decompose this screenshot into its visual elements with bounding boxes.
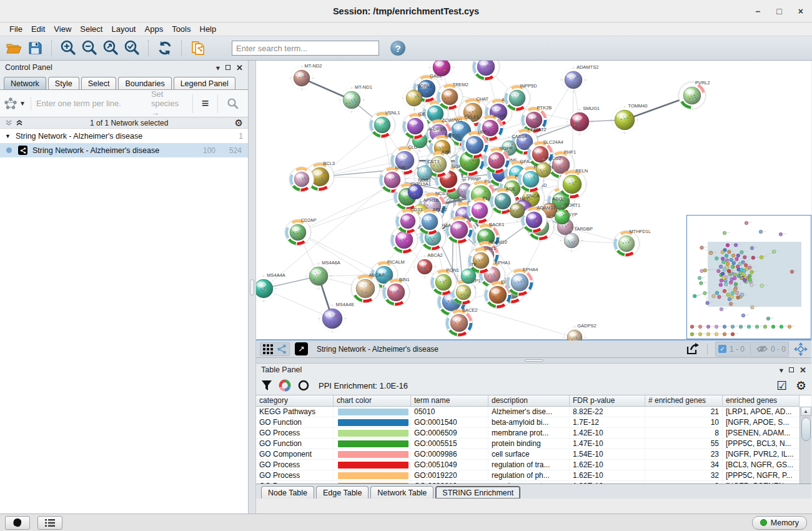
network-canvas[interactable]: MT-ND2MT-ND1VSNL1CD2APMS4A6AMS4A4AMS4A4E… [256,61,811,340]
tab-network-table[interactable]: Network Table [370,486,433,499]
chevron-down-icon[interactable]: ▼ [19,100,26,107]
scrollbar-thumb[interactable] [801,417,811,441]
panel-splitter[interactable] [249,61,256,514]
table-row[interactable]: GO ProcessGO:0051049regulation of tra...… [256,460,811,470]
tab-edge-table[interactable]: Edge Table [316,486,369,499]
network-edge[interactable] [264,289,332,319]
detach-view-icon[interactable]: ↗ [295,342,308,355]
collapse-all-icon[interactable] [5,119,13,127]
task-history-button[interactable] [37,516,62,530]
export-network-icon[interactable] [686,343,700,355]
tab-string-enrichment[interactable]: STRING Enrichment [435,486,520,499]
select-columns-icon[interactable]: ☑ [776,379,787,393]
column-header-FDR-p-value[interactable]: FDR p-value [570,395,645,407]
network-node[interactable]: SMUG1 [566,106,600,136]
column-header-chart-color[interactable]: chart color [334,395,411,407]
network-node[interactable]: MT-ND2 [289,63,322,91]
zoom-selected-icon[interactable] [123,39,141,57]
memory-button[interactable]: Memory [752,516,807,530]
tab-style[interactable]: Style [48,77,79,89]
string-logo-icon[interactable] [4,97,17,111]
table-row[interactable]: GO ProcessGO:0033619membrane prot...1.93… [256,481,811,484]
zoom-out-icon[interactable] [81,39,98,57]
table-row[interactable]: GO ComponentGO:0009986cell surface1.54E-… [256,449,811,460]
tree-expand-icon[interactable]: ▼ [5,133,11,139]
tab-node-table[interactable]: Node Table [261,486,314,499]
birds-eye-view[interactable] [686,215,811,339]
settings-gear-icon[interactable]: ⚙ [796,379,806,393]
panel-float-icon[interactable] [225,65,230,70]
network-node[interactable]: MT-ND1 [339,84,372,113]
pan-navigate-icon[interactable] [794,342,808,356]
scroll-up-icon[interactable]: ▲ [801,407,811,416]
network-node[interactable]: EPHA4 [505,267,538,297]
table-row[interactable]: GO FunctionGO:0001540beta-amyloid bi...1… [256,417,811,428]
network-node[interactable]: MTHFD1L [613,229,651,257]
panel-float-icon[interactable] [789,367,794,372]
network-node[interactable]: PVRL2 [678,80,710,110]
string-search-icon[interactable] [222,97,244,110]
network-edge[interactable] [298,232,384,275]
panel-collapse-icon[interactable]: ▾ [780,365,783,375]
menu-select[interactable]: Select [76,23,107,35]
splitter-grip[interactable] [525,359,543,362]
menu-view[interactable]: View [49,23,76,35]
splitter-grip[interactable] [250,279,254,295]
set-species-label[interactable]: Set species → [151,89,189,117]
network-node[interactable]: CD2AP [284,217,317,246]
tab-network[interactable]: Network [4,77,46,89]
maximize-button[interactable]: □ [776,6,781,16]
menu-apps[interactable]: Apps [141,23,168,35]
panel-collapse-icon[interactable]: ▾ [216,63,220,72]
table-row[interactable]: KEGG Pathways05010Alzheimer's dise...8.8… [256,407,811,417]
tab-select[interactable]: Select [81,77,117,89]
grid-view-icon[interactable] [263,344,273,354]
panel-close-icon[interactable]: ✕ [800,365,806,375]
menu-layout[interactable]: Layout [107,23,140,35]
minimize-button[interactable]: – [756,6,761,16]
string-options-icon[interactable]: ≡ [197,96,214,111]
refresh-icon[interactable] [156,39,174,57]
column-header-enriched-genes[interactable]: enriched genes [723,395,800,407]
network-node[interactable]: ADAMTS2 [560,64,598,93]
network-from-file-icon[interactable] [189,39,207,57]
tab-boundaries[interactable]: Boundaries [118,77,171,89]
network-node[interactable]: VSNL1 [369,110,400,139]
table-row[interactable]: GO ProcessGO:0006509membrane prot...1.42… [256,428,811,439]
table-row[interactable]: GO FunctionGO:0005515protein binding1.47… [256,439,811,449]
menu-help[interactable]: Help [196,23,221,35]
menu-edit[interactable]: Edit [27,23,49,35]
table-row[interactable]: GO ProcessGO:0019220regulation of ph...1… [256,470,811,481]
share-view-icon[interactable] [277,344,287,354]
ring-chart-icon[interactable] [297,379,310,392]
help-icon[interactable]: ? [390,41,405,56]
string-term-input[interactable] [31,99,151,108]
panel-close-icon[interactable]: ✕ [236,63,243,72]
column-header--enriched-genes[interactable]: # enriched genes [645,395,723,407]
network-collection-row[interactable]: ▼ String Network - Alzheimer's disease 1 [0,129,248,143]
expand-all-icon[interactable] [16,119,24,127]
selected-nodes-checkbox-icon[interactable]: ✓ [718,345,726,353]
column-header-description[interactable]: description [488,395,570,407]
menu-tools[interactable]: Tools [167,23,195,35]
zoom-fit-icon[interactable] [102,39,119,57]
zoom-in-icon[interactable] [59,39,77,57]
enrichment-chart-icon[interactable] [279,379,291,392]
network-node[interactable]: MS4A4E [318,302,354,333]
horizontal-splitter[interactable] [256,358,811,364]
network-node[interactable]: ABCA7 [350,272,384,304]
column-header-category[interactable]: category [256,395,334,407]
welcome-screen-button[interactable] [5,516,30,530]
save-session-icon[interactable] [26,39,44,57]
tab-legend-panel[interactable]: Legend Panel [174,77,235,89]
filter-icon[interactable] [261,380,272,391]
hidden-eye-icon[interactable] [756,345,768,353]
network-node[interactable]: MS4A4A [256,272,285,302]
menu-file[interactable]: File [5,23,27,35]
network-node[interactable]: GADPS2 [563,323,597,340]
network-node[interactable]: MS4A6A [305,260,340,290]
gear-icon[interactable]: ⚙ [235,118,243,127]
open-session-icon[interactable] [5,39,22,57]
network-node[interactable]: TOMM40 [610,103,648,134]
table-scrollbar[interactable]: ▲ ▼ [800,407,811,484]
